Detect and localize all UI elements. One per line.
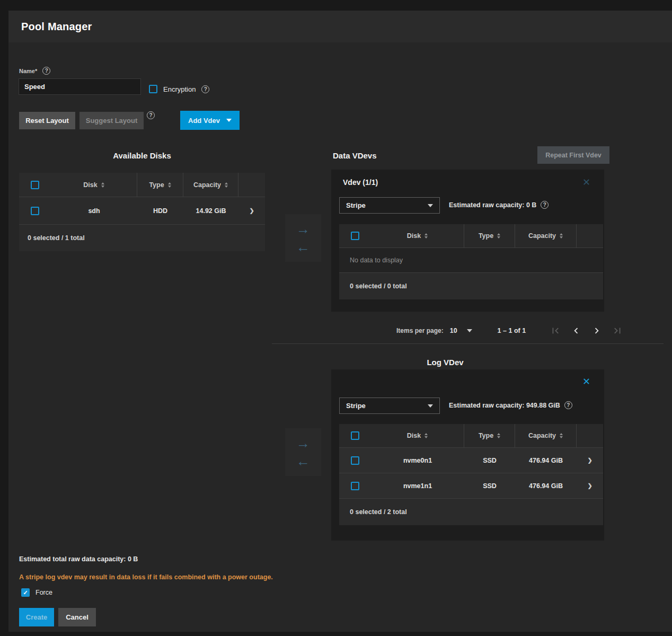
row-checkbox[interactable] xyxy=(351,482,359,490)
items-per-page-value[interactable]: 10 xyxy=(450,327,457,334)
repeat-first-vdev-button[interactable]: Repeat First Vdev xyxy=(537,146,609,164)
add-vdev-label: Add Vdev xyxy=(188,117,220,125)
pool-manager-screen: Pool Manager Name* ? Encryption ? Reset … xyxy=(0,0,672,636)
data-vdev-table: Disk Type Capacity No data to display 0 … xyxy=(339,224,603,299)
select-all-checkbox[interactable] xyxy=(351,431,359,440)
type-cell: SSD xyxy=(464,448,515,473)
chevron-down-icon[interactable] xyxy=(467,329,472,332)
chevron-down-icon xyxy=(428,204,433,207)
pool-name-input[interactable] xyxy=(19,78,141,95)
estimated-capacity: Estimated raw capacity: 949.88 GiB ? xyxy=(449,401,572,409)
create-button[interactable]: Create xyxy=(19,608,54,626)
row-checkbox[interactable] xyxy=(31,207,39,215)
check-icon: ✓ xyxy=(23,589,28,596)
items-per-page-label: Items per page: xyxy=(396,327,444,334)
data-vdevs-title: Data VDevs xyxy=(333,151,377,160)
previous-page-button[interactable] xyxy=(570,324,582,337)
type-cell: SSD xyxy=(464,473,515,498)
vdev-card-title: Vdev (1/1) xyxy=(343,178,378,187)
close-icon[interactable]: ✕ xyxy=(582,377,590,386)
log-vdev-transfer-arrows: → ← xyxy=(285,428,321,476)
empty-table-message: No data to display xyxy=(339,248,603,273)
expand-row-icon[interactable]: ❯ xyxy=(587,457,592,464)
section-divider xyxy=(272,343,664,344)
data-vdev-layout-select[interactable]: Stripe xyxy=(339,197,440,214)
disk-cell: nvme1n1 xyxy=(371,473,464,498)
help-icon[interactable]: ? xyxy=(541,201,549,209)
encryption-checkbox[interactable] xyxy=(149,85,157,93)
dialog-header: Pool Manager xyxy=(8,11,672,42)
help-icon[interactable]: ? xyxy=(564,401,572,409)
log-vdev-layout-select[interactable]: Stripe xyxy=(339,398,440,414)
column-header-type[interactable]: Type xyxy=(464,424,515,447)
move-right-icon[interactable]: → xyxy=(296,436,310,450)
capacity-cell: 14.92 GiB xyxy=(183,197,238,224)
selection-summary: 0 selected / 1 total xyxy=(19,225,265,251)
sort-icon xyxy=(225,182,228,188)
help-icon[interactable]: ? xyxy=(147,111,155,119)
total-capacity-text: Estimated total raw data capacity: 0 B xyxy=(19,555,138,563)
disk-cell: nvme0n1 xyxy=(371,448,464,473)
last-page-button[interactable] xyxy=(611,324,624,337)
encryption-row: Encryption ? xyxy=(149,85,209,93)
paginator: Items per page: 10 1 – 1 of 1 xyxy=(396,320,624,341)
move-right-icon[interactable]: → xyxy=(296,222,310,236)
page-title: Pool Manager xyxy=(21,21,92,33)
table-row[interactable]: sdh HDD 14.92 GiB ❯ xyxy=(19,197,265,225)
estimated-capacity: Estimated raw capacity: 0 B ? xyxy=(449,201,549,209)
data-vdev-transfer-arrows: → ← xyxy=(285,214,321,262)
help-icon[interactable]: ? xyxy=(201,85,209,93)
selection-summary: 0 selected / 0 total xyxy=(339,273,603,299)
add-vdev-button[interactable]: Add Vdev xyxy=(180,111,240,130)
disk-cell: sdh xyxy=(51,197,137,224)
select-all-checkbox[interactable] xyxy=(351,232,359,240)
close-icon[interactable]: ✕ xyxy=(582,178,590,187)
help-icon[interactable]: ? xyxy=(42,67,50,75)
row-checkbox[interactable] xyxy=(351,456,359,465)
page-range-label: 1 – 1 of 1 xyxy=(498,327,526,334)
force-checkbox[interactable]: ✓ xyxy=(21,588,30,597)
capacity-cell: 476.94 GiB xyxy=(515,448,577,473)
log-vdev-card: ✕ Stripe Estimated raw capacity: 949.88 … xyxy=(331,369,604,541)
column-header-disk[interactable]: Disk xyxy=(371,424,464,447)
cancel-button[interactable]: Cancel xyxy=(58,608,96,626)
sort-icon xyxy=(560,433,563,438)
table-row[interactable]: nvme0n1 SSD 476.94 GiB ❯ xyxy=(339,448,603,473)
table-row[interactable]: nvme1n1 SSD 476.94 GiB ❯ xyxy=(339,473,603,499)
expand-row-icon[interactable]: ❯ xyxy=(587,482,592,489)
available-disks-header-row: Disk Type Capacity xyxy=(19,173,265,197)
available-disks-table: Disk Type Capacity sdh HDD 14.92 GiB ❯ 0… xyxy=(19,173,265,251)
column-header-type[interactable]: Type xyxy=(464,224,515,248)
available-disks-title: Available Disks xyxy=(19,151,265,160)
name-label: Name* xyxy=(19,68,37,74)
log-vdev-title: Log VDev xyxy=(331,358,559,367)
force-label: Force xyxy=(36,589,52,596)
column-header-capacity[interactable]: Capacity xyxy=(183,173,238,197)
sort-icon xyxy=(497,433,500,438)
first-page-button[interactable] xyxy=(549,324,562,337)
move-left-icon[interactable]: ← xyxy=(296,240,310,254)
stripe-warning-text: A stripe log vdev may result in data los… xyxy=(19,573,273,581)
encryption-label: Encryption xyxy=(163,85,196,93)
sort-icon xyxy=(560,233,563,238)
force-row: ✓ Force xyxy=(21,588,52,597)
column-header-capacity[interactable]: Capacity xyxy=(515,424,577,447)
sort-icon xyxy=(168,182,171,188)
column-header-capacity[interactable]: Capacity xyxy=(515,224,577,248)
sort-icon xyxy=(425,433,428,438)
column-header-type[interactable]: Type xyxy=(137,173,183,197)
log-vdev-header-row: Disk Type Capacity xyxy=(339,424,603,448)
select-all-checkbox[interactable] xyxy=(31,181,39,189)
next-page-button[interactable] xyxy=(590,324,603,337)
reset-layout-button[interactable]: Reset Layout xyxy=(19,112,75,129)
expand-row-icon[interactable]: ❯ xyxy=(249,207,254,214)
column-header-disk[interactable]: Disk xyxy=(371,224,464,248)
data-vdev-card: Vdev (1/1) ✕ Stripe Estimated raw capaci… xyxy=(331,170,604,312)
suggest-layout-button[interactable]: Suggest Layout xyxy=(79,112,144,129)
move-left-icon[interactable]: ← xyxy=(296,454,310,468)
sort-icon xyxy=(425,233,428,238)
selection-summary: 0 selected / 2 total xyxy=(339,499,603,525)
name-field-label-row: Name* ? xyxy=(19,67,50,75)
column-header-disk[interactable]: Disk xyxy=(51,173,137,197)
chevron-down-icon xyxy=(226,119,232,122)
